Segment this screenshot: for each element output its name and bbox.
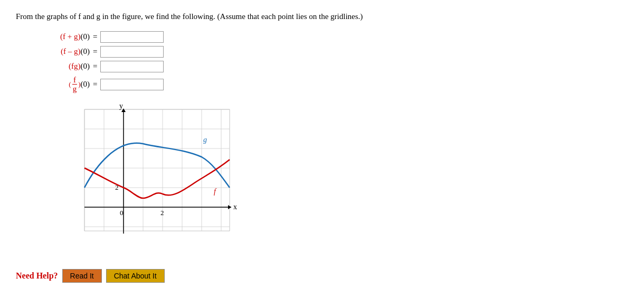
- x-axis-label: x: [233, 203, 237, 211]
- problem-container: From the graphs of f and g in the figure…: [16, 11, 628, 283]
- need-help-section: Need Help? Read It Chat About It: [16, 269, 628, 283]
- equation-row-1: (f + g)(0) =: [21, 31, 628, 43]
- origin-label: 0: [120, 209, 124, 217]
- read-it-button[interactable]: Read It: [62, 269, 102, 283]
- fraction-fg: f g: [72, 76, 78, 94]
- eq3-input[interactable]: [100, 61, 164, 72]
- equation-row-3: (fg)(0) =: [21, 61, 628, 72]
- chat-about-it-button[interactable]: Chat About It: [106, 269, 165, 283]
- equations-section: (f + g)(0) = (f – g)(0) = (fg)(0) =: [21, 31, 628, 94]
- graph-container: x y 0 2 2 g f: [69, 104, 238, 252]
- intro-text: From the graphs of f and g in the figure…: [16, 11, 628, 23]
- x2-label: 2: [160, 209, 164, 217]
- eq1-equals: =: [93, 32, 97, 41]
- eq3-label: (fg)(0): [21, 62, 90, 71]
- eq1-input[interactable]: [100, 31, 164, 43]
- equation-row-4: ( f g ) (0) =: [21, 76, 628, 94]
- svg-rect-0: [84, 109, 230, 231]
- graph-svg: x y 0 2 2 g f: [69, 104, 238, 252]
- eq2-equals: =: [93, 47, 97, 56]
- eq1-label: (f + g)(0): [21, 32, 90, 41]
- eq2-input[interactable]: [100, 46, 164, 58]
- eq3-equals: =: [93, 62, 97, 71]
- equation-row-2: (f – g)(0) =: [21, 46, 628, 58]
- y-axis-label: y: [119, 104, 123, 110]
- eq2-label: (f – g)(0): [21, 47, 90, 56]
- need-help-label: Need Help?: [16, 271, 58, 281]
- g-label: g: [203, 136, 207, 144]
- eq4-equals: =: [93, 80, 97, 89]
- eq4-input[interactable]: [100, 79, 164, 90]
- eq4-label: ( f g ) (0): [21, 76, 90, 94]
